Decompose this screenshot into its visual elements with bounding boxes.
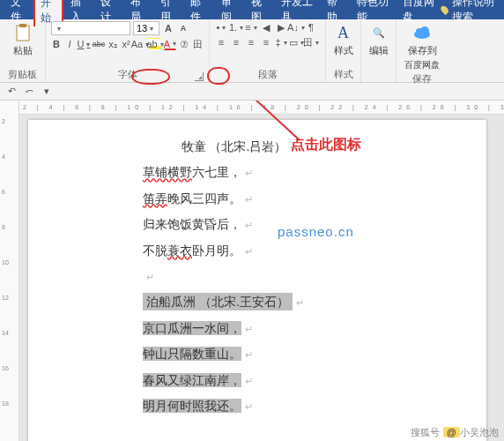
underline-button[interactable]: U [78,38,90,50]
poem2-line1: 京口瓜洲一水间，↵ [143,316,372,341]
poem1-line2: 笛弄晚风三四声。↵ [143,186,372,212]
align-left-button[interactable]: ≡ [215,36,227,49]
tell-me[interactable]: 操作说明搜索 [452,0,499,25]
watermark: passneo.cn [278,224,354,239]
group-clipboard: 粘贴 剪贴板 [0,19,46,82]
group-paragraph: • 1. ≡ ◀ ▶ A↓ ¶ ≡ ≡ ≡ ≡ ‡ ▭ 田 段落 [210,19,326,82]
find-icon: 🔍 [369,23,389,42]
group-styles-label: 样式 [331,67,355,82]
group-font-label: 字体 [51,67,204,82]
cloud-icon [412,23,432,42]
increase-font-button[interactable]: A [162,22,174,34]
qat-more-button[interactable]: ▾ [41,86,53,98]
poem1-line4: 不脱蓑衣卧月明。↵ [143,238,372,264]
decrease-font-button[interactable]: A [177,22,189,34]
footer-credit: 搜狐号@小吴泡泡 [411,426,499,439]
shading-button[interactable]: ▭ [290,36,302,49]
group-editing: 🔍 编辑 [361,19,397,82]
subscript-button[interactable]: x₂ [107,38,118,50]
save-baidu-button[interactable]: 保存到 百度网盘 [402,21,442,71]
font-launcher-icon[interactable] [195,72,204,81]
italic-button[interactable]: I [64,38,75,50]
ribbon: 粘贴 剪贴板 13 A A B I U abc x₂ x² Aa ab A ⑦ [0,19,504,83]
styles-button[interactable]: A 样式 [331,21,355,57]
svg-rect-1 [19,24,26,27]
phonetic-button[interactable]: ⑦ [179,38,189,50]
group-styles: A 样式 样式 [326,19,361,82]
group-paragraph-label: 段落 [215,67,320,82]
group-save: 保存到 百度网盘 保存 [397,19,448,82]
font-size-select[interactable]: 13 [133,21,159,35]
blank-line: ↵ [143,264,372,289]
poem2-line4: 明月何时照我还。↵ [143,393,372,419]
group-font: 13 A A B I U abc x₂ x² Aa ab A ⑦ 田 字体 [46,19,210,82]
paste-label: 粘贴 [13,44,33,57]
font-color-button[interactable]: A [164,38,176,50]
group-clipboard-label: 剪贴板 [5,67,40,82]
indent-dec-button[interactable]: ◀ [260,21,272,34]
group-save-label: 保存 [402,71,442,86]
clipboard-icon [13,23,33,42]
align-center-button[interactable]: ≡ [230,36,242,49]
bold-button[interactable]: B [51,38,62,50]
workspace: 24681012141618 2 | 4 | 6 | 8 | 10 | 12 |… [0,101,504,441]
document-page[interactable]: 牧童 （北宋.吕岩）↵ 草铺横野六七里，↵ 笛弄晚风三四声。↵ 归来饱饭黄昏后，… [28,120,486,441]
poem2-title: 泊船瓜洲 （北宋.王安石）↵ [143,289,372,315]
superscript-button[interactable]: x² [121,38,131,50]
poem2-line2: 钟山只隔数重山。↵ [143,341,372,367]
vertical-ruler: 24681012141618 [0,101,19,441]
multilevel-button[interactable]: ≡ [245,21,257,34]
indent-inc-button[interactable]: ▶ [275,21,287,34]
numbering-button[interactable]: 1. [230,21,242,34]
sort-button[interactable]: A↓ [290,21,302,34]
svg-rect-0 [17,26,29,41]
at-icon: @ [443,427,460,437]
bulb-icon [440,4,450,15]
svg-point-4 [420,26,429,35]
redo-button[interactable]: ⤺ [23,86,35,98]
menu-bar: 文件开始插入设计布局引用邮件审阅视图开发工具帮助特色功能百度网盘操作说明搜索 [0,0,504,19]
poem1-line1: 草铺横野六七里，↵ [143,160,372,185]
bullets-button[interactable]: • [215,21,227,34]
change-case-button[interactable]: Aa [134,38,146,50]
highlight-button[interactable]: ab [149,38,161,50]
show-marks-button[interactable]: ¶ [305,21,317,34]
justify-button[interactable]: ≡ [260,36,272,49]
undo-button[interactable]: ↶ [5,86,18,98]
paste-button[interactable]: 粘贴 [5,21,40,57]
font-family-select[interactable] [51,21,130,35]
poem2-line3: 春风又绿江南岸，↵ [143,368,372,393]
borders-button[interactable]: 田 [305,36,317,49]
line-spacing-button[interactable]: ‡ [275,36,287,49]
strike-button[interactable]: abc [93,38,105,50]
styles-icon: A [334,23,353,42]
char-border-button[interactable]: 田 [192,38,204,50]
annotation-text: 点击此图标 [291,136,361,154]
align-right-button[interactable]: ≡ [245,36,257,49]
editing-button[interactable]: 🔍 编辑 [367,21,390,57]
horizontal-ruler: 2 | 4 | 6 | 8 | 10 | 12 | 14 | 16 | 18 |… [19,101,504,115]
